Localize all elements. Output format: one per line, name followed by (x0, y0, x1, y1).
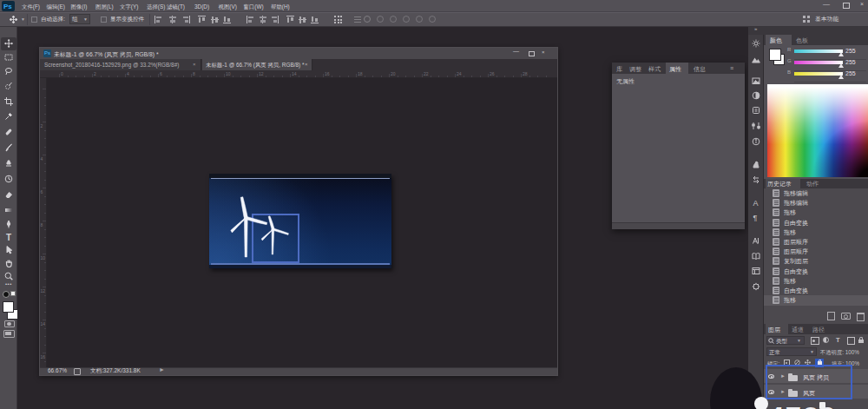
svg-text:¶: ¶ (753, 214, 758, 222)
svg-text:A: A (753, 199, 759, 208)
svg-text:T: T (6, 233, 11, 241)
